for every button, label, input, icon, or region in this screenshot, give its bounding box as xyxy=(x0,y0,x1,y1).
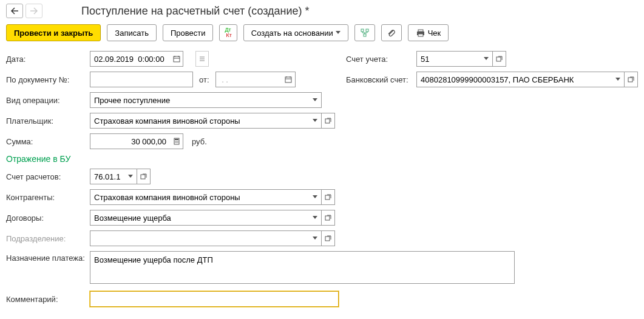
operation-type-label: Вид операции: xyxy=(6,96,86,105)
open-icon xyxy=(496,55,503,62)
from-date-calendar-button[interactable] xyxy=(282,72,296,87)
svg-point-17 xyxy=(176,142,177,143)
from-date-input[interactable] xyxy=(215,72,282,87)
svg-rect-9 xyxy=(628,78,632,82)
svg-rect-2 xyxy=(364,34,366,36)
svg-rect-5 xyxy=(418,34,423,36)
operation-type-dropdown-button[interactable] xyxy=(308,92,322,108)
settlement-account-dropdown-button[interactable] xyxy=(124,169,137,184)
receipt-label: Чек xyxy=(428,29,441,38)
svg-rect-7 xyxy=(285,77,291,82)
tree-icon xyxy=(360,28,370,38)
calculator-icon xyxy=(173,138,180,145)
reflection-section-header: Отражение в БУ xyxy=(6,154,638,164)
doc-number-input[interactable] xyxy=(90,72,193,87)
svg-rect-21 xyxy=(325,216,330,220)
svg-rect-10 xyxy=(325,119,330,123)
account-label: Счет учета: xyxy=(346,55,413,64)
svg-point-15 xyxy=(177,141,178,141)
payer-dropdown-button[interactable] xyxy=(308,113,322,129)
attachment-button[interactable] xyxy=(381,24,402,41)
bank-account-input[interactable] xyxy=(416,72,611,87)
chevron-down-icon xyxy=(313,216,317,220)
counterparties-label: Контрагенты: xyxy=(6,193,86,202)
open-icon xyxy=(325,214,332,221)
department-open-button[interactable] xyxy=(322,230,335,246)
payment-purpose-label: Назначение платежа: xyxy=(6,251,86,263)
settlement-account-input[interactable] xyxy=(90,169,124,184)
nav-forward-button[interactable] xyxy=(25,4,42,18)
svg-rect-1 xyxy=(366,29,368,32)
open-icon xyxy=(325,235,332,242)
department-dropdown-button[interactable] xyxy=(308,230,322,246)
svg-rect-4 xyxy=(418,30,423,32)
svg-point-18 xyxy=(177,142,178,143)
svg-point-16 xyxy=(175,142,175,143)
create-based-label: Создать на основании xyxy=(251,29,333,38)
date-calendar-button[interactable] xyxy=(170,51,183,67)
arrow-right-icon xyxy=(30,7,38,15)
payer-open-button[interactable] xyxy=(322,113,335,129)
write-button[interactable]: Записать xyxy=(107,24,157,41)
chevron-down-icon xyxy=(128,175,133,178)
date-label: Дата: xyxy=(6,55,86,64)
extra-option-button[interactable] xyxy=(195,51,209,67)
amount-label: Сумма: xyxy=(6,137,86,146)
dtkt-icon: ДтКт xyxy=(225,27,231,38)
account-input[interactable] xyxy=(416,51,480,67)
chevron-down-icon xyxy=(484,57,489,61)
chevron-down-icon xyxy=(615,78,620,81)
svg-rect-12 xyxy=(175,139,178,140)
comment-label: Комментарий: xyxy=(6,295,86,304)
settlement-account-open-button[interactable] xyxy=(137,169,151,184)
contracts-input[interactable] xyxy=(90,210,308,226)
post-and-close-button[interactable]: Провести и закрыть xyxy=(6,24,101,41)
svg-rect-0 xyxy=(361,29,364,32)
bank-account-dropdown-button[interactable] xyxy=(611,72,625,87)
list-icon xyxy=(198,55,206,62)
chevron-down-icon xyxy=(313,119,317,123)
amount-input[interactable] xyxy=(90,133,170,149)
bank-account-open-button[interactable] xyxy=(625,72,638,87)
create-based-button[interactable]: Создать на основании xyxy=(243,24,348,41)
from-label: от: xyxy=(199,75,209,84)
svg-rect-19 xyxy=(141,175,145,179)
open-icon xyxy=(325,117,332,124)
nav-back-button[interactable] xyxy=(6,4,23,18)
svg-rect-8 xyxy=(497,57,501,61)
bank-account-label: Банковский счет: xyxy=(346,75,413,84)
department-input[interactable] xyxy=(90,230,308,246)
open-icon xyxy=(628,76,635,83)
open-icon xyxy=(325,193,332,201)
calendar-icon xyxy=(285,76,292,83)
arrow-left-icon xyxy=(10,7,19,15)
svg-point-14 xyxy=(176,141,177,141)
contracts-open-button[interactable] xyxy=(322,210,335,226)
amount-calculator-button[interactable] xyxy=(170,133,183,149)
payer-input[interactable] xyxy=(90,113,308,129)
paperclip-icon xyxy=(387,28,396,38)
date-input[interactable] xyxy=(90,51,170,67)
receipt-button[interactable]: Чек xyxy=(408,24,449,41)
chevron-down-icon xyxy=(336,31,341,35)
svg-rect-20 xyxy=(325,195,330,200)
dtkt-button[interactable]: ДтКт xyxy=(219,24,237,41)
currency-label: руб. xyxy=(192,137,207,146)
operation-type-input[interactable] xyxy=(90,92,308,108)
contracts-label: Договоры: xyxy=(6,213,86,223)
printer-icon xyxy=(416,29,425,37)
svg-rect-22 xyxy=(325,237,330,241)
account-dropdown-button[interactable] xyxy=(480,51,493,67)
comment-input[interactable] xyxy=(90,291,339,307)
account-open-button[interactable] xyxy=(493,51,506,67)
structure-button[interactable] xyxy=(354,24,375,41)
payer-label: Плательщик: xyxy=(6,116,86,126)
counterparties-dropdown-button[interactable] xyxy=(308,189,322,205)
post-button[interactable]: Провести xyxy=(163,24,214,41)
counterparties-open-button[interactable] xyxy=(322,189,335,205)
svg-point-13 xyxy=(175,141,175,141)
counterparties-input[interactable] xyxy=(90,189,308,205)
settlement-account-label: Счет расчетов: xyxy=(6,172,86,181)
payment-purpose-input[interactable] xyxy=(90,251,515,284)
contracts-dropdown-button[interactable] xyxy=(308,210,322,226)
